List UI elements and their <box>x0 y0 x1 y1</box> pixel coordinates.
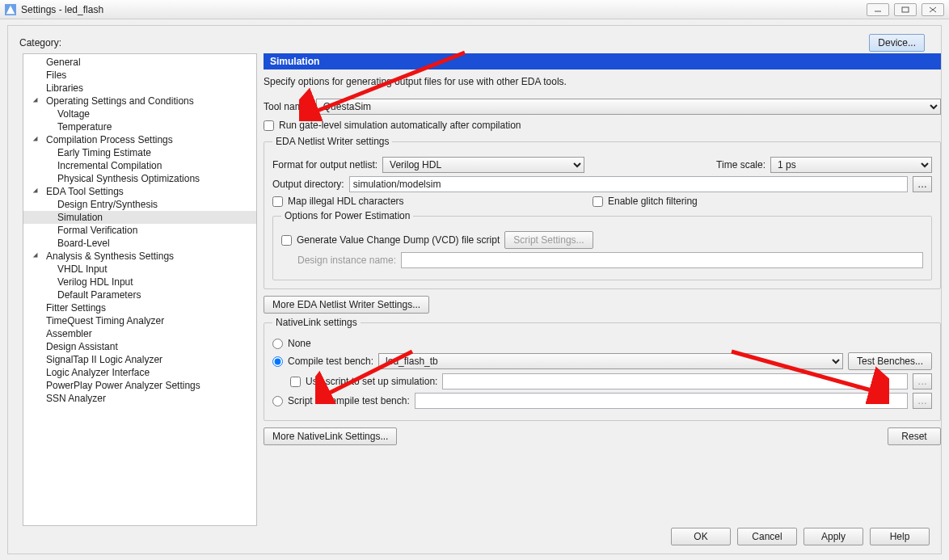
tree-item[interactable]: Verilog HDL Input <box>23 276 256 288</box>
settings-dialog: Category: Device... GeneralFilesLibrarie… <box>7 25 942 554</box>
power-estimation-group: Options for Power Estimation Generate Va… <box>272 210 932 280</box>
window-title: Settings - led_flash <box>21 4 867 15</box>
reset-button[interactable]: Reset <box>888 427 941 445</box>
tree-item[interactable]: General <box>23 56 256 69</box>
tree-item[interactable]: Logic Analyzer Interface <box>23 366 256 379</box>
timescale-label: Time scale: <box>716 159 766 171</box>
ok-button[interactable]: OK <box>671 528 731 545</box>
use-script-checkbox[interactable]: Use script to set up simulation: <box>290 376 437 387</box>
tree-item[interactable]: Physical Synthesis Optimizations <box>23 172 256 185</box>
format-label: Format for output netlist: <box>272 159 377 171</box>
nativelink-legend: NativeLink settings <box>272 317 361 328</box>
test-benches-button[interactable]: Test Benches... <box>848 352 932 370</box>
category-tree[interactable]: GeneralFilesLibrariesOperating Settings … <box>23 53 257 526</box>
tree-item[interactable]: Early Timing Estimate <box>23 146 256 159</box>
testbench-select[interactable]: led_flash_tb <box>378 353 843 369</box>
tree-item[interactable]: Default Parameters <box>23 288 256 301</box>
power-legend: Options for Power Estimation <box>281 210 413 221</box>
generate-vcd-checkbox[interactable]: Generate Value Change Dump (VCD) file sc… <box>281 234 500 246</box>
simulation-panel: Simulation Specify options for generatin… <box>264 53 941 526</box>
panel-description: Specify options for generating output fi… <box>264 69 941 95</box>
outdir-browse-button[interactable]: … <box>913 176 932 192</box>
use-script-browse-button: … <box>913 373 932 389</box>
tree-item[interactable]: Simulation <box>23 211 256 224</box>
tree-item[interactable]: Analysis & Synthesis Settings <box>23 250 256 263</box>
script-compile-browse-button: … <box>913 393 932 409</box>
more-netlist-settings-button[interactable]: More EDA Netlist Writer Settings... <box>264 296 429 314</box>
run-gate-level-input[interactable] <box>264 120 274 131</box>
tree-item[interactable]: Temperature <box>23 120 256 133</box>
help-button[interactable]: Help <box>870 528 930 545</box>
script-compile-input <box>415 393 908 409</box>
tree-item[interactable]: Design Entry/Synthesis <box>23 198 256 211</box>
timescale-select[interactable]: 1 ps <box>770 157 932 173</box>
tree-item[interactable]: Libraries <box>23 82 256 95</box>
more-nativelink-settings-button[interactable]: More NativeLink Settings... <box>264 427 397 445</box>
app-icon <box>5 4 16 15</box>
tree-item[interactable]: SSN Analyzer <box>23 392 256 405</box>
tree-item[interactable]: Voltage <box>23 107 256 120</box>
format-select[interactable]: Verilog HDL <box>382 157 584 173</box>
device-button[interactable]: Device... <box>869 34 925 52</box>
script-settings-button: Script Settings... <box>504 231 593 249</box>
maximize-button[interactable] <box>894 3 917 16</box>
netlist-writer-group: EDA Netlist Writer settings Format for o… <box>264 136 941 289</box>
enable-glitch-checkbox[interactable]: Enable glitch filtering <box>593 196 698 207</box>
tree-item[interactable]: SignalTap II Logic Analyzer <box>23 353 256 366</box>
map-illegal-checkbox[interactable]: Map illegal HDL characters <box>272 196 588 207</box>
titlebar: Settings - led_flash <box>0 0 949 19</box>
design-instance-input <box>401 252 923 268</box>
script-compile-radio[interactable]: Script to compile test bench: <box>272 395 410 406</box>
tree-item[interactable]: Operating Settings and Conditions <box>23 95 256 107</box>
outdir-label: Output directory: <box>272 179 344 190</box>
nativelink-none-radio[interactable]: None <box>272 338 311 349</box>
category-label: Category: <box>19 37 61 48</box>
tree-item[interactable]: Assembler <box>23 327 256 340</box>
tree-item[interactable]: Compilation Process Settings <box>23 133 256 146</box>
compile-testbench-radio[interactable]: Compile test bench: <box>272 356 373 367</box>
tree-item[interactable]: Files <box>23 69 256 82</box>
tree-item[interactable]: Board-Level <box>23 237 256 250</box>
outdir-input[interactable] <box>349 176 908 192</box>
svg-rect-2 <box>902 7 909 12</box>
run-gate-level-checkbox[interactable]: Run gate-level simulation automatically … <box>264 120 521 131</box>
tree-item[interactable]: PowerPlay Power Analyzer Settings <box>23 379 256 392</box>
tree-item[interactable]: EDA Tool Settings <box>23 185 256 198</box>
cancel-button[interactable]: Cancel <box>737 528 797 545</box>
panel-header: Simulation <box>264 53 941 69</box>
tree-item[interactable]: TimeQuest Timing Analyzer <box>23 314 256 327</box>
netlist-legend: EDA Netlist Writer settings <box>272 136 392 147</box>
use-script-input <box>442 373 908 389</box>
dialog-footer: OK Cancel Apply Help <box>8 528 930 545</box>
tree-item[interactable]: Incremental Compilation <box>23 159 256 172</box>
run-gate-level-label: Run gate-level simulation automatically … <box>279 120 521 131</box>
nativelink-group: NativeLink settings None Compile test be… <box>264 317 941 421</box>
tree-item[interactable]: Design Assistant <box>23 340 256 353</box>
tree-item[interactable]: VHDL Input <box>23 263 256 276</box>
tree-item[interactable]: Fitter Settings <box>23 301 256 314</box>
apply-button[interactable]: Apply <box>803 528 863 545</box>
tool-name-label: Tool name: <box>264 101 311 112</box>
close-button[interactable] <box>922 3 944 16</box>
design-instance-label: Design instance name: <box>297 255 396 266</box>
tree-item[interactable]: Formal Verification <box>23 224 256 237</box>
tool-name-select[interactable]: QuestaSim <box>316 99 941 115</box>
minimize-button[interactable] <box>867 3 889 16</box>
